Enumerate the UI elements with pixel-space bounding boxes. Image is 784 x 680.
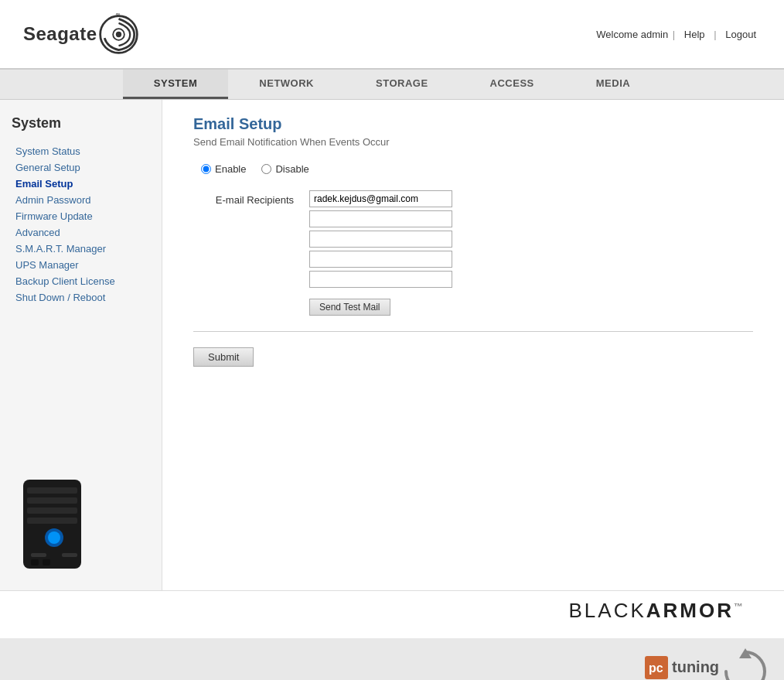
- recipient-input-2[interactable]: [309, 210, 452, 227]
- logo-area: Seagate ®: [23, 13, 140, 56]
- nav-system[interactable]: SYSTEM: [123, 70, 228, 99]
- disable-label[interactable]: Disable: [261, 163, 308, 175]
- svg-rect-6: [27, 497, 77, 504]
- pctuning-logo: pc tuning: [645, 644, 769, 681]
- svg-rect-11: [31, 553, 46, 557]
- recipients-section: E-mail Recipients Send Test Mail: [193, 190, 753, 316]
- welcome-text: Welcome admin: [596, 29, 668, 40]
- sidebar-item-system-status[interactable]: System Status: [12, 143, 150, 159]
- footer-area: BLACKARMOR™: [0, 590, 784, 638]
- header-user-area: Welcome admin | Help | Logout: [596, 29, 761, 40]
- main-navbar: SYSTEM NETWORK STORAGE ACCESS MEDIA: [0, 70, 784, 100]
- sidebar-item-advanced[interactable]: Advanced: [12, 224, 150, 241]
- svg-text:®: ®: [115, 13, 120, 19]
- help-link[interactable]: Help: [684, 29, 705, 40]
- nav-access[interactable]: ACCESS: [459, 70, 565, 99]
- svg-point-10: [48, 531, 60, 544]
- sidebar-item-smart-manager[interactable]: S.M.A.R.T. Manager: [12, 241, 150, 257]
- nas-device-image: [12, 476, 97, 572]
- svg-rect-5: [27, 487, 77, 494]
- brand-logo: Seagate ®: [23, 13, 140, 56]
- main-layout: System System Status General Setup Email…: [0, 100, 784, 590]
- submit-button[interactable]: Submit: [193, 347, 254, 367]
- sidebar-item-ups-manager[interactable]: UPS Manager: [12, 257, 150, 273]
- header: Seagate ® Welcome admin | Help | Logout: [0, 0, 784, 70]
- disable-text: Disable: [275, 163, 308, 175]
- recipient-input-5[interactable]: [309, 271, 452, 288]
- nav-storage[interactable]: STORAGE: [345, 70, 459, 99]
- nav-media[interactable]: MEDIA: [565, 70, 661, 99]
- separator2: |: [714, 29, 716, 40]
- form-divider: [193, 331, 753, 332]
- svg-rect-13: [31, 559, 39, 566]
- page-subtitle: Send Email Notification When Events Occu…: [193, 136, 753, 148]
- svg-rect-12: [62, 553, 77, 557]
- sidebar-item-shutdown-reboot[interactable]: Shut Down / Reboot: [12, 289, 150, 306]
- blackarmor-logo: BLACKARMOR™: [569, 599, 761, 630]
- enable-radio[interactable]: [201, 164, 211, 174]
- nav-network[interactable]: NETWORK: [228, 70, 345, 99]
- recipients-inputs-group: Send Test Mail: [309, 190, 452, 316]
- recipient-input-3[interactable]: [309, 231, 452, 248]
- page-title: Email Setup: [193, 115, 753, 133]
- content-area: Email Setup Send Email Notification When…: [162, 100, 784, 590]
- sidebar-item-general-setup[interactable]: General Setup: [12, 159, 150, 176]
- blackarmor-text-black: BLACK: [569, 599, 646, 622]
- enable-text: Enable: [215, 163, 246, 175]
- svg-text:pc: pc: [649, 661, 663, 675]
- disable-radio[interactable]: [261, 164, 271, 174]
- svg-rect-14: [43, 559, 50, 566]
- sidebar: System System Status General Setup Email…: [0, 100, 162, 590]
- seagate-logo-icon: ®: [97, 13, 140, 56]
- watermark-area: pc tuning: [0, 638, 784, 680]
- svg-text:tuning: tuning: [672, 658, 719, 675]
- svg-point-1: [115, 31, 121, 36]
- sidebar-item-email-setup[interactable]: Email Setup: [12, 176, 150, 192]
- sidebar-item-firmware-update[interactable]: Firmware Update: [12, 208, 150, 224]
- sidebar-item-backup-client[interactable]: Backup Client License: [12, 273, 150, 289]
- svg-rect-8: [27, 518, 77, 524]
- recipient-input-4[interactable]: [309, 251, 452, 268]
- recipients-label: E-mail Recipients: [193, 190, 294, 206]
- send-test-button[interactable]: Send Test Mail: [309, 299, 390, 316]
- recipient-input-1[interactable]: [309, 190, 452, 207]
- blackarmor-text-armor: ARMOR: [646, 599, 734, 622]
- sidebar-title: System: [12, 115, 150, 132]
- device-image-area: [12, 476, 150, 575]
- svg-rect-7: [27, 507, 77, 514]
- brand-name: Seagate: [23, 23, 97, 45]
- separator1: |: [673, 29, 675, 40]
- enable-label[interactable]: Enable: [201, 163, 246, 175]
- blackarmor-tm: ™: [734, 601, 745, 612]
- enable-disable-group: Enable Disable: [193, 163, 753, 175]
- logout-link[interactable]: Logout: [725, 29, 756, 40]
- sidebar-item-admin-password[interactable]: Admin Password: [12, 192, 150, 208]
